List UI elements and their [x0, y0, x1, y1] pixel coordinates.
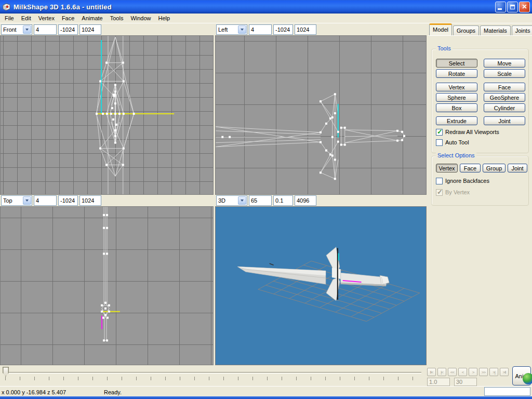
tool-button-geosphere[interactable]: GeoSphere — [484, 93, 525, 102]
tool-button-select[interactable]: Select — [436, 59, 477, 68]
top-viewport-mode-value: Top — [2, 197, 23, 204]
tool-button-move[interactable]: Move — [484, 59, 525, 68]
tab-model[interactable]: Model — [429, 23, 452, 35]
top-viewport-field-3[interactable] — [79, 195, 101, 206]
select-option-face[interactable]: Face — [460, 164, 481, 172]
globe-icon — [523, 373, 532, 384]
front-viewport-field-3[interactable] — [79, 24, 101, 35]
3d-viewport-header: 3D — [215, 195, 427, 206]
chevron-down-icon[interactable] — [238, 25, 246, 34]
check-icon[interactable] — [436, 178, 443, 184]
checkbox-auto-tool[interactable]: Auto Tool — [436, 139, 469, 146]
maximize-button[interactable] — [507, 2, 518, 12]
status-message: Ready. — [104, 389, 122, 395]
top-viewport-canvas[interactable] — [0, 206, 214, 365]
front-viewport-field-1[interactable] — [34, 24, 57, 35]
tool-button-face[interactable]: Face — [484, 83, 525, 91]
menubar: File Edit Vertex Face Animate Tools Wind… — [0, 14, 532, 23]
menu-item-face[interactable]: Face — [58, 14, 78, 23]
timeline-track[interactable] — [4, 372, 421, 374]
checkbox-by-vertex: By Vertex — [436, 189, 470, 196]
front-viewport-field-2[interactable] — [58, 24, 78, 35]
menu-item-animate[interactable]: Animate — [78, 14, 106, 23]
milkshape-window: MilkShape 3D 1.6.6a - untitled File Edit… — [0, 0, 532, 399]
tab-groups[interactable]: Groups — [453, 25, 479, 35]
top-viewport-header: Top — [0, 195, 214, 206]
left-viewport-field-3[interactable] — [295, 24, 316, 35]
checkbox-label: Ignore Backfaces — [445, 178, 489, 184]
playback-next-frame-button[interactable]: > — [469, 368, 477, 376]
tab-joints[interactable]: Joints — [512, 25, 532, 35]
menu-item-tools[interactable]: Tools — [107, 14, 127, 23]
tool-button-extrude[interactable]: Extrude — [436, 116, 477, 125]
titlebar[interactable]: MilkShape 3D 1.6.6a - untitled — [0, 0, 532, 14]
minimize-button[interactable] — [495, 2, 506, 12]
fps-input[interactable] — [454, 378, 477, 386]
left-view-wireframe-sword — [216, 36, 426, 194]
model-tab-panel: Tools Select Move Rotate Scale Vertex Fa… — [428, 35, 532, 365]
tool-button-joint[interactable]: Joint — [484, 116, 525, 125]
check-icon[interactable] — [436, 129, 443, 136]
top-viewport-field-2[interactable] — [58, 195, 78, 206]
select-options-groupbox-label: Select Options — [436, 152, 476, 158]
animation-timeline: ‖< |< << < > >> >| >‖ Anim — [0, 365, 532, 386]
check-icon[interactable] — [436, 139, 443, 146]
playback-start-button[interactable]: ‖< — [427, 368, 436, 376]
close-button[interactable] — [519, 2, 530, 12]
3d-viewport-canvas[interactable] — [215, 206, 427, 365]
tool-button-vertex[interactable]: Vertex — [436, 83, 477, 91]
timeline-ticks — [5, 377, 421, 380]
left-viewport-field-1[interactable] — [249, 24, 272, 35]
chevron-down-icon[interactable] — [238, 196, 246, 205]
select-option-joint[interactable]: Joint — [508, 164, 527, 172]
3d-viewport-field-3[interactable] — [295, 195, 316, 206]
left-viewport-field-2[interactable] — [273, 24, 293, 35]
menu-item-window[interactable]: Window — [127, 14, 154, 23]
menu-item-help[interactable]: Help — [155, 14, 174, 23]
3d-viewport-mode-value: 3D — [217, 197, 238, 204]
playback-rewind-button[interactable]: << — [448, 368, 457, 376]
checkbox-label: Auto Tool — [445, 139, 469, 145]
top-viewport-field-1[interactable] — [34, 195, 57, 206]
tool-button-cylinder[interactable]: Cylinder — [484, 103, 525, 112]
playback-prev-key-button[interactable]: |< — [437, 368, 446, 376]
menu-item-edit[interactable]: Edit — [18, 14, 35, 23]
select-option-group[interactable]: Group — [483, 164, 506, 172]
tool-button-scale[interactable]: Scale — [484, 69, 525, 78]
playback-prev-frame-button[interactable]: < — [458, 368, 467, 376]
front-viewport-mode-value: Front — [2, 26, 23, 33]
tool-button-box[interactable]: Box — [436, 103, 477, 112]
front-viewport-canvas[interactable] — [0, 35, 214, 195]
check-icon — [436, 189, 443, 196]
statusbar: x 0.000 y -16.984 z 5.407 Ready. — [0, 386, 532, 396]
tools-groupbox-label: Tools — [436, 45, 453, 51]
timeline-slider-thumb[interactable] — [3, 367, 9, 377]
left-viewport-canvas[interactable] — [215, 35, 427, 195]
anim-speed-input[interactable] — [427, 378, 450, 386]
maximize-icon — [510, 5, 515, 9]
chevron-down-icon[interactable] — [23, 196, 31, 205]
chevron-down-icon[interactable] — [23, 25, 31, 34]
checkbox-redraw-all-viewports[interactable]: Redraw All Viewports — [436, 128, 499, 136]
milkshape-app-icon — [2, 3, 11, 11]
playback-next-key-button[interactable]: >| — [489, 368, 498, 376]
menu-item-vertex[interactable]: Vertex — [35, 14, 58, 23]
tool-button-sphere[interactable]: Sphere — [436, 93, 477, 102]
menu-item-file[interactable]: File — [1, 14, 18, 23]
checkbox-label: By Vertex — [445, 189, 470, 195]
3d-viewport-field-1[interactable] — [249, 195, 272, 206]
top-viewport-mode-select[interactable]: Top — [1, 195, 32, 206]
front-viewport-mode-select[interactable]: Front — [1, 24, 32, 35]
playback-end-button[interactable]: >‖ — [500, 368, 509, 376]
left-viewport-mode-value: Left — [217, 26, 238, 33]
tab-materials[interactable]: Materials — [480, 25, 511, 35]
3d-viewport-mode-select[interactable]: 3D — [216, 195, 247, 206]
tool-button-rotate[interactable]: Rotate — [436, 69, 477, 78]
select-options-groupbox: Select Options Vertex Face Group Joint I… — [431, 156, 529, 206]
checkbox-ignore-backfaces[interactable]: Ignore Backfaces — [436, 177, 489, 184]
3d-view-shaded-sword — [216, 207, 426, 365]
select-option-vertex[interactable]: Vertex — [436, 164, 458, 172]
3d-viewport-field-2[interactable] — [273, 195, 293, 206]
playback-forward-button[interactable]: >> — [479, 368, 488, 376]
left-viewport-mode-select[interactable]: Left — [216, 24, 247, 35]
